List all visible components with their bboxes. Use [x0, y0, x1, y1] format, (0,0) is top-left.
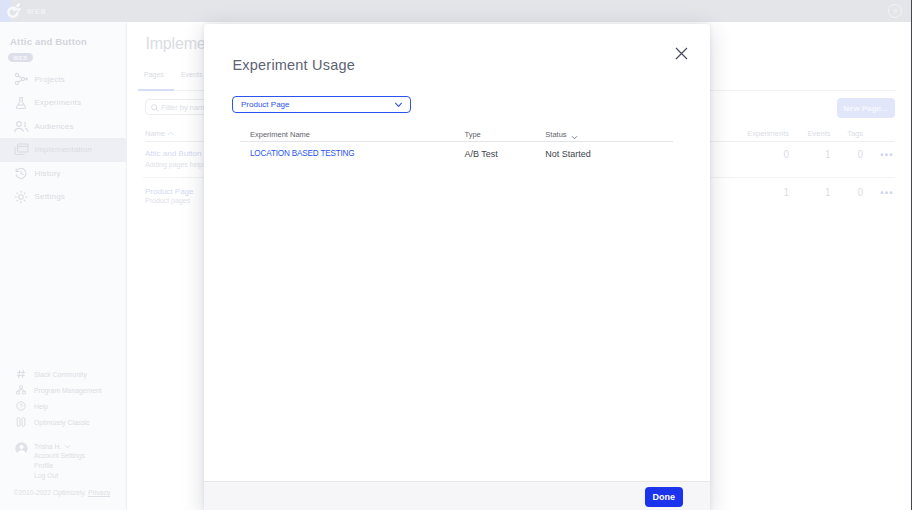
- sidebar: Attic and Button WEB Projects Experiment…: [0, 22, 127, 510]
- events-count: 1: [825, 149, 831, 160]
- tags-count: 0: [857, 149, 863, 160]
- sidebar-item-projects[interactable]: Projects: [0, 68, 127, 92]
- help-icon[interactable]: ?: [888, 4, 902, 18]
- audiences-icon: [13, 118, 29, 134]
- sidebar-item-history[interactable]: History: [0, 162, 127, 186]
- project-type-badge: WEB: [8, 53, 33, 62]
- modal-column-label: Status: [545, 130, 566, 139]
- projects-icon: [13, 71, 29, 87]
- sidebar-item-label: Audiences: [35, 122, 74, 131]
- sidebar-link-label: Program Management: [34, 387, 102, 394]
- tab-events[interactable]: Events: [181, 71, 202, 79]
- modal-title: Experiment Usage: [233, 58, 355, 73]
- page-description: Adding pages helps: [145, 161, 207, 169]
- window-edge: [911, 0, 913, 510]
- search-icon: [151, 104, 159, 112]
- topbar-product-label: WEB: [27, 0, 47, 22]
- sidebar-link-label: Optimizely Classic: [34, 419, 90, 426]
- experiments-count: 0: [783, 149, 789, 160]
- profile-link[interactable]: Profile: [34, 462, 53, 469]
- project-name: Attic and Button: [10, 36, 87, 47]
- privacy-link[interactable]: Privacy: [88, 489, 110, 496]
- sidebar-item-label: History: [35, 169, 61, 178]
- sidebar-item-label: Projects: [35, 75, 66, 84]
- chevron-down-icon: [394, 102, 403, 108]
- sidebar-item-program-management[interactable]: Program Management: [0, 382, 127, 398]
- sidebar-item-experiments[interactable]: Experiments: [0, 91, 127, 115]
- help-circle-icon: [16, 401, 26, 411]
- experiment-name-link[interactable]: LOCATION BASED TESTING: [250, 149, 354, 159]
- sidebar-item-optimizely-classic[interactable]: Optimizely Classic: [0, 414, 127, 430]
- classic-icon: [16, 417, 26, 427]
- close-icon[interactable]: [673, 44, 691, 62]
- sort-ascending-icon: [167, 131, 174, 136]
- experiment-usage-modal: Experiment Usage Product Page Experiment…: [204, 24, 710, 510]
- done-button[interactable]: Done: [645, 487, 683, 507]
- sidebar-item-audiences[interactable]: Audiences: [0, 115, 127, 139]
- sidebar-item-slack-community[interactable]: Slack Community: [0, 366, 127, 382]
- avatar-icon: [15, 442, 28, 455]
- history-icon: [13, 165, 29, 181]
- column-header-experiments[interactable]: Experiments: [747, 129, 789, 138]
- sidebar-item-label: Experiments: [35, 98, 82, 107]
- experiments-icon: [13, 95, 29, 111]
- modal-footer: Done: [204, 481, 710, 510]
- log-out-link[interactable]: Log Out: [34, 472, 58, 479]
- column-header-tags[interactable]: Tags: [847, 129, 863, 138]
- new-page-button[interactable]: New Page...: [837, 98, 895, 118]
- events-count: 1: [825, 187, 831, 198]
- copyright-label: ©2010-2022 Optimizely.: [14, 489, 87, 496]
- row-actions-icon[interactable]: [880, 153, 893, 157]
- page-select-value: Product Page: [241, 101, 289, 110]
- sidebar-item-settings[interactable]: Settings: [0, 185, 127, 209]
- row-actions-icon[interactable]: [880, 191, 893, 195]
- modal-column-type[interactable]: Type: [465, 130, 481, 139]
- sidebar-item-label: Settings: [35, 192, 66, 201]
- experiment-type: A/B Test: [465, 149, 498, 160]
- account-settings-link[interactable]: Account Settings: [34, 452, 85, 459]
- page-name-link[interactable]: Attic and Button: [145, 149, 201, 159]
- sidebar-link-label: Slack Community: [34, 371, 87, 378]
- experiment-status: Not Started: [545, 149, 591, 160]
- sidebar-link-label: Help: [34, 403, 48, 410]
- active-tab-indicator: [138, 89, 174, 91]
- column-header-label: Name: [145, 129, 165, 138]
- sidebar-item-help[interactable]: Help: [0, 398, 127, 414]
- column-header-name[interactable]: Name: [145, 129, 165, 138]
- sidebar-item-implementation[interactable]: Implementation: [0, 138, 127, 162]
- page-select-dropdown[interactable]: Product Page: [232, 96, 411, 113]
- modal-column-experiment-name[interactable]: Experiment Name: [250, 130, 310, 139]
- modal-table-divider: [240, 141, 673, 142]
- implementation-icon: [13, 142, 29, 158]
- screen: WEB ? Attic and Button WEB Projects Expe…: [0, 0, 914, 510]
- sidebar-item-label: Implementation: [35, 145, 93, 154]
- sort-descending-icon: [571, 135, 578, 140]
- settings-icon: [13, 189, 29, 205]
- hash-icon: [16, 369, 26, 379]
- optimizely-logo-icon: [5, 2, 23, 20]
- sitemap-icon: [16, 385, 26, 395]
- chevron-down-icon: [64, 444, 71, 449]
- top-navigation-bar: WEB ?: [0, 0, 911, 22]
- page-name-link[interactable]: Product Page: [145, 187, 193, 197]
- modal-column-status[interactable]: Status: [545, 130, 566, 139]
- copyright-text: ©2010-2022 Optimizely. Privacy: [14, 489, 111, 496]
- page-description: Product pages: [145, 197, 190, 205]
- tab-pages[interactable]: Pages: [144, 71, 164, 79]
- column-header-events[interactable]: Events: [808, 129, 831, 138]
- user-name[interactable]: Trisha H.: [34, 443, 61, 450]
- experiments-count: 1: [783, 187, 789, 198]
- tags-count: 0: [857, 187, 863, 198]
